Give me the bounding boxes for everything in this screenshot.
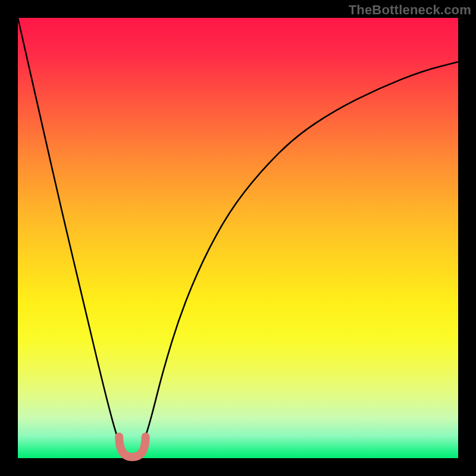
bottleneck-curve xyxy=(18,18,458,458)
chart-canvas xyxy=(18,18,458,458)
chart-svg xyxy=(18,18,458,458)
watermark-text: TheBottleneck.com xyxy=(349,2,471,18)
optimum-marker xyxy=(119,437,145,457)
